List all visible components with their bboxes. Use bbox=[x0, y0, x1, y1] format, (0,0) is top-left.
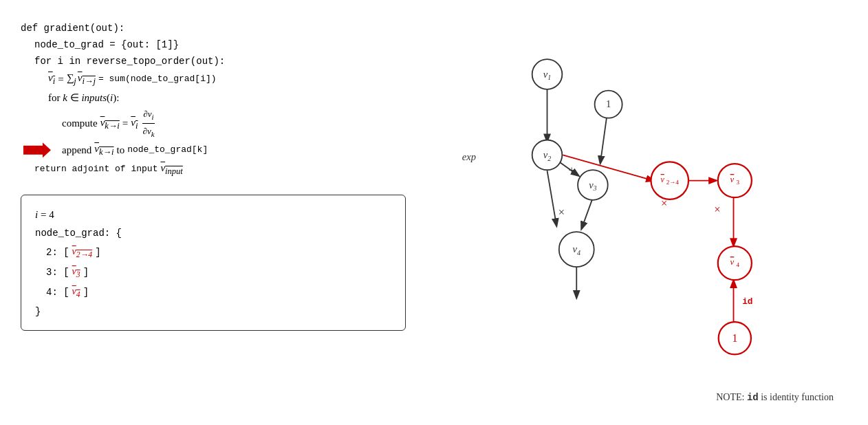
note-line6: } bbox=[35, 303, 391, 321]
label-const1: 1 bbox=[606, 98, 611, 109]
note-line5: 4: [ v4 ] bbox=[46, 283, 391, 303]
times-label-red2: × bbox=[714, 203, 720, 216]
id-label: id bbox=[742, 296, 752, 307]
code-line-return: return adjoint of input vinput bbox=[34, 160, 447, 179]
label-const1-red: 1 bbox=[732, 331, 737, 345]
append-text: append vk→i to node_to_grad[k] bbox=[62, 140, 208, 160]
arrow-icon bbox=[23, 142, 51, 157]
code-line-def: def gradient(out): bbox=[21, 21, 447, 37]
code-line-append: append vk→i to node_to_grad[k] bbox=[21, 140, 447, 160]
code-line-compute: compute vk→i = vi ∂vi ∂vk bbox=[62, 107, 447, 140]
id-code-label: id bbox=[747, 392, 759, 403]
note-box: i = 4 node_to_grad: { 2: [ v2→4 ] 3: [ v… bbox=[21, 195, 406, 331]
note-line4: 3: [ v3 ] bbox=[46, 263, 391, 283]
code-line-vibar: vi = ∑j vi→j = sum(node_to_grad[i]) bbox=[48, 69, 447, 89]
graph-svg: exp + × × × bbox=[447, 14, 847, 411]
note-line3: 2: [ v2→4 ] bbox=[46, 243, 391, 263]
left-panel: def gradient(out): node_to_grad = {out: … bbox=[21, 14, 447, 411]
code-text: def gradient(out): bbox=[21, 21, 124, 37]
note-bottom: NOTE: id is identity function bbox=[716, 392, 834, 403]
exp-label: exp bbox=[462, 151, 476, 162]
edge-v2-v4 bbox=[547, 171, 557, 226]
vi-bar: vi bbox=[48, 69, 55, 89]
right-panel: exp + × × × bbox=[447, 14, 847, 411]
code-line-fork: for k ∈ inputs(i): bbox=[48, 89, 447, 107]
main-container: def gradient(out): node_to_grad = {out: … bbox=[0, 0, 868, 425]
plus-label: + bbox=[568, 164, 574, 177]
edge-v2-vbar24 bbox=[563, 155, 653, 180]
note-line1: i = 4 bbox=[35, 205, 391, 225]
note-line2: node_to_grad: { bbox=[35, 224, 391, 243]
code-line-2: for i in reverse_topo_order(out): bbox=[34, 54, 447, 70]
code-text: node_to_grad = {out: [1]} bbox=[34, 37, 179, 54]
edge-const1-v3 bbox=[600, 118, 607, 163]
times-label-black: × bbox=[558, 206, 565, 219]
code-text: for i in reverse_topo_order(out): bbox=[34, 54, 225, 70]
code-block: def gradient(out): node_to_grad = {out: … bbox=[21, 21, 447, 179]
code-line-1: node_to_grad = {out: [1]} bbox=[34, 37, 447, 54]
arrow-area bbox=[21, 142, 62, 157]
